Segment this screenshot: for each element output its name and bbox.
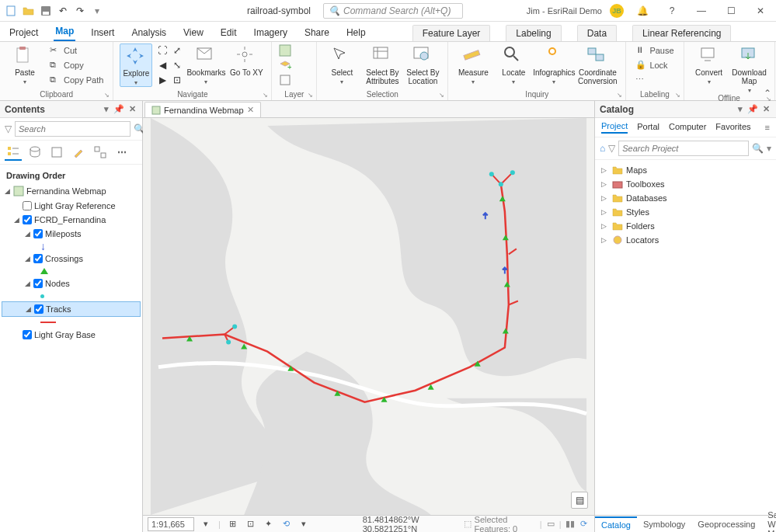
bookmarks-button[interactable]: Bookmarks ▾ — [187, 43, 224, 85]
bottom-tab-catalog[interactable]: Catalog — [595, 516, 637, 532]
toc-group-fcrd[interactable]: ◢FCRD_Fernandina — [2, 213, 141, 227]
full-extent-icon[interactable]: ⛶ — [155, 43, 169, 57]
user-name[interactable]: Jim - EsriRail Demo — [527, 6, 602, 16]
constraints-icon[interactable]: ⊞ — [227, 517, 238, 531]
map-canvas[interactable]: ▤ — [143, 118, 594, 515]
search-icon[interactable]: 🔍 — [752, 143, 764, 154]
context-tab-data[interactable]: Data — [577, 25, 617, 41]
explore-button[interactable]: Explore ▾ — [120, 43, 152, 87]
tab-project[interactable]: Project — [8, 24, 40, 41]
minimize-button[interactable]: — — [691, 3, 712, 19]
pin-icon[interactable]: 📌 — [746, 104, 760, 114]
tab-view[interactable]: View — [182, 24, 205, 41]
pin-icon[interactable]: 📌 — [112, 104, 126, 114]
filter-icon[interactable]: ▽ — [608, 143, 615, 154]
dialog-launcher-icon[interactable]: ↘ — [439, 92, 444, 99]
close-tab-icon[interactable]: ✕ — [247, 105, 254, 115]
user-avatar[interactable]: JB — [610, 4, 624, 18]
home-icon[interactable]: ⌂ — [600, 143, 605, 154]
corrections-icon[interactable]: ▾ — [298, 517, 310, 531]
next-extent-icon[interactable]: ▶ — [155, 73, 169, 87]
catalog-item-styles[interactable]: ▷Styles — [598, 205, 773, 219]
list-by-drawing-order-icon[interactable] — [5, 144, 22, 161]
navigator-icon[interactable]: ▤ — [571, 492, 588, 509]
prev-extent-icon[interactable]: ◀ — [155, 58, 169, 72]
dynamic-icon[interactable]: ⟲ — [280, 517, 292, 531]
coord-conversion-button[interactable]: Coordinate Conversion — [576, 43, 619, 85]
layer-visibility-checkbox[interactable] — [23, 201, 32, 210]
infographics-button[interactable]: Infographics▾ — [535, 43, 572, 85]
zoom-selection-icon[interactable]: ⊡ — [170, 73, 184, 87]
toc-map-root[interactable]: ◢Fernandina Webmap — [2, 183, 141, 199]
toc-layer-nodes[interactable]: ◢Nodes — [2, 276, 141, 290]
qat-undo-icon[interactable]: ↶ — [56, 4, 70, 18]
subtab-project[interactable]: Project — [601, 121, 628, 134]
catalog-item-databases[interactable]: ▷Databases — [598, 191, 773, 205]
list-by-editing-icon[interactable] — [70, 144, 87, 161]
context-tab-labeling[interactable]: Labeling — [506, 25, 561, 41]
expand-icon[interactable]: ▷ — [601, 222, 609, 230]
tab-analysis[interactable]: Analysis — [130, 24, 168, 41]
dialog-launcher-icon[interactable]: ↘ — [617, 92, 622, 99]
locate-button[interactable]: Locate▾ — [495, 43, 532, 85]
catalog-item-toolboxes[interactable]: ▷Toolboxes — [598, 177, 773, 191]
grid-icon[interactable]: ✦ — [263, 517, 274, 531]
more-labeling-button[interactable]: ⋯ — [632, 73, 677, 87]
expand-icon[interactable]: ▷ — [601, 166, 609, 174]
copy-path-button[interactable]: ⧉Copy Path — [47, 73, 106, 87]
convert-button[interactable]: Convert▾ — [691, 43, 728, 85]
context-tab-feature-layer[interactable]: Feature Layer — [412, 25, 491, 41]
zoom-fixed-in-icon[interactable]: ⤢ — [170, 43, 184, 57]
command-search[interactable]: 🔍 Command Search (Alt+Q) — [323, 3, 463, 19]
copy-button[interactable]: ⧉Copy — [47, 58, 106, 72]
collapse-ribbon-icon[interactable]: ⌃ — [764, 88, 771, 99]
qat-save-icon[interactable] — [39, 4, 53, 18]
close-pane-icon[interactable]: ✕ — [127, 104, 137, 114]
dialog-launcher-icon[interactable]: ↘ — [675, 92, 680, 99]
subtab-favorites[interactable]: Favorites — [715, 122, 750, 133]
close-pane-icon[interactable]: ✕ — [761, 104, 771, 114]
filter-icon[interactable]: ▽ — [5, 123, 12, 134]
list-by-selection-icon[interactable] — [48, 144, 65, 161]
search-dropdown-icon[interactable]: ▾ — [767, 143, 771, 154]
refresh-icon[interactable]: ⟳ — [579, 517, 590, 531]
layer-visibility-checkbox[interactable] — [33, 279, 43, 288]
selection-chip-icon[interactable]: ▭ — [545, 517, 556, 531]
help-icon[interactable]: ? — [661, 3, 683, 19]
measure-button[interactable]: Measure▾ — [454, 43, 492, 85]
zoom-fixed-out-icon[interactable]: ⤡ — [170, 58, 184, 72]
layer-visibility-checkbox[interactable] — [34, 304, 43, 314]
layer-visibility-checkbox[interactable] — [23, 215, 32, 224]
tab-imagery[interactable]: Imagery — [252, 24, 289, 41]
maximize-button[interactable]: ☐ — [720, 3, 742, 19]
snapping-icon[interactable]: ⊡ — [245, 517, 256, 531]
select-by-location-button[interactable]: Select By Location — [404, 43, 441, 85]
paste-button[interactable]: Paste ▾ — [6, 43, 43, 85]
qat-open-icon[interactable] — [22, 4, 36, 18]
toc-layer-mileposts[interactable]: ◢Mileposts — [2, 227, 141, 241]
collapse-icon[interactable]: ◢ — [23, 255, 31, 263]
scale-selector[interactable]: 1:91,665 — [148, 517, 194, 531]
list-by-snapping-icon[interactable] — [92, 144, 109, 161]
pause-labels-button[interactable]: ⏸Pause — [632, 43, 677, 57]
context-tab-linear-referencing[interactable]: Linear Referencing — [632, 25, 731, 41]
expand-icon[interactable]: ▷ — [601, 194, 609, 202]
lock-labels-button[interactable]: 🔒Lock — [632, 58, 677, 72]
add-data-icon[interactable]: + — [278, 58, 292, 72]
layer-visibility-checkbox[interactable] — [33, 254, 43, 263]
notifications-icon[interactable]: 🔔 — [632, 3, 653, 19]
collapse-icon[interactable]: ◢ — [24, 305, 32, 313]
download-map-button[interactable]: Download Map▾ — [731, 43, 768, 94]
select-by-attributes-button[interactable]: Select By Attributes — [364, 43, 401, 85]
collapse-icon[interactable]: ◢ — [23, 230, 31, 238]
dialog-launcher-icon[interactable]: ↘ — [308, 92, 313, 99]
scale-dropdown-icon[interactable]: ▾ — [200, 517, 212, 531]
bottom-tab-symbology[interactable]: Symbology — [637, 517, 691, 531]
dialog-launcher-icon[interactable]: ↘ — [104, 92, 110, 99]
toc-layer-light-gray-base[interactable]: Light Gray Base — [2, 328, 141, 342]
basemap-icon[interactable] — [278, 43, 292, 57]
selected-features-label[interactable]: Selected Features: 0 — [475, 515, 537, 533]
toc-layer-light-gray-ref[interactable]: Light Gray Reference — [2, 199, 141, 213]
qat-new-icon[interactable] — [5, 4, 19, 18]
contents-search-input[interactable] — [15, 121, 130, 137]
